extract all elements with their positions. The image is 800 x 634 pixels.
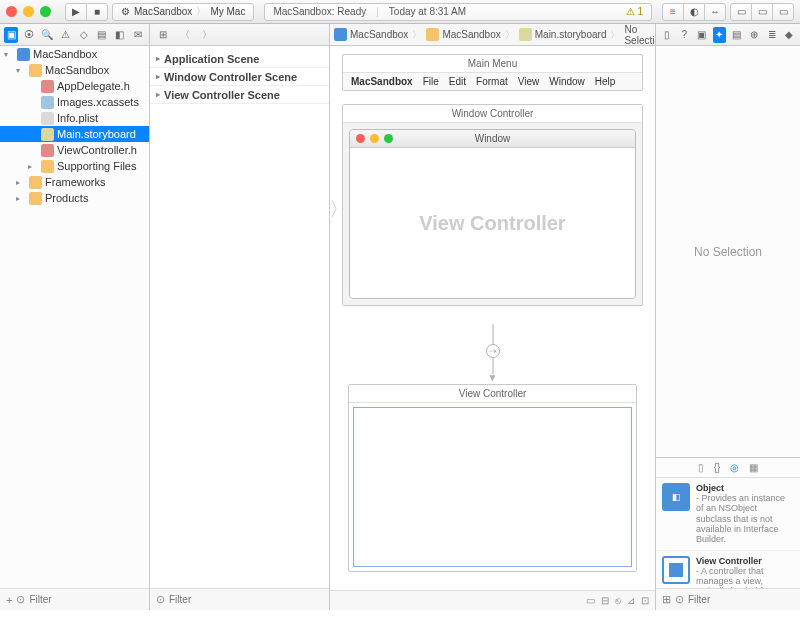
help-inspector-tab[interactable]: ? — [678, 27, 692, 43]
menu-item[interactable]: File — [423, 76, 439, 87]
symbol-navigator-tab[interactable]: ⦿ — [22, 27, 36, 43]
tree-item-label: AppDelegate.h — [57, 80, 130, 92]
tree-item[interactable]: Info.plist — [0, 110, 149, 126]
inspector-panel: ▯ ? ▣ ✦ ▤ ⊕ ≣ ◆ No Selection ▯ {} ◎ ▦ ◧O… — [655, 24, 800, 610]
library-items[interactable]: ◧Object - Provides an instance of an NSO… — [656, 478, 800, 588]
menu-items[interactable]: MacSandboxFileEditFormatViewWindowHelp — [343, 73, 642, 90]
interface-builder-canvas[interactable]: 〉 Main Menu MacSandboxFileEditFormatView… — [330, 46, 655, 590]
zoom-icon[interactable] — [40, 6, 51, 17]
test-navigator-tab[interactable]: ◇ — [77, 27, 91, 43]
tree-item[interactable]: ▾MacSandbox — [0, 46, 149, 62]
menu-item[interactable]: Edit — [449, 76, 466, 87]
grid-view-icon[interactable]: ⊞ — [662, 593, 671, 606]
media-library-tab[interactable]: ▦ — [749, 462, 758, 473]
debug-navigator-tab[interactable]: ▤ — [95, 27, 109, 43]
scheme-selector[interactable]: ⚙︎ MacSandbox 〉 My Mac — [112, 3, 254, 21]
file-template-library-tab[interactable]: ▯ — [698, 462, 704, 473]
arrow-down-icon: ▼ — [488, 372, 498, 383]
file-inspector-tab[interactable]: ▯ — [660, 27, 674, 43]
outline-grid-icon[interactable]: ⊞ — [154, 27, 172, 43]
scene-list[interactable]: ▸Application Scene▸Window Controller Sce… — [150, 46, 329, 588]
canvas-pin-icon[interactable]: ⎋ — [615, 595, 621, 606]
window-content[interactable]: View Controller — [350, 148, 635, 298]
folder-icon — [426, 28, 439, 41]
identity-inspector-tab[interactable]: ▣ — [695, 27, 709, 43]
menu-item[interactable]: Window — [549, 76, 585, 87]
report-navigator-tab[interactable]: ✉ — [131, 27, 145, 43]
bindings-inspector-tab[interactable]: ≣ — [765, 27, 779, 43]
tree-item[interactable]: Main.storyboard — [0, 126, 149, 142]
minimize-icon[interactable] — [23, 6, 34, 17]
main-menu-scene[interactable]: Main Menu MacSandboxFileEditFormatViewWi… — [342, 54, 643, 91]
editor-mode-group: ≡ ◐ ↔ — [662, 3, 726, 21]
run-controls: ▶ ■ — [65, 3, 108, 21]
stop-button[interactable]: ■ — [86, 3, 108, 21]
window-toolbar: ▶ ■ ⚙︎ MacSandbox 〉 My Mac MacSandbox: R… — [0, 0, 800, 24]
project-navigator-tab[interactable]: ▣ — [4, 27, 18, 43]
object-library-tab[interactable]: ◎ — [730, 462, 739, 473]
traffic-lights — [6, 6, 51, 17]
menu-item[interactable]: MacSandbox — [351, 76, 413, 87]
menu-item[interactable]: Help — [595, 76, 616, 87]
size-inspector-tab[interactable]: ▤ — [730, 27, 744, 43]
outline-forward-button[interactable]: 〉 — [198, 27, 216, 43]
activity-viewer: MacSandbox: Ready | Today at 8:31 AM ⚠ 1 — [264, 3, 652, 21]
jump-crumb[interactable]: MacSandbox — [350, 29, 408, 40]
toggle-navigator-button[interactable]: ▭ — [730, 3, 752, 21]
outline-header: ⊞ 〈 〉 — [150, 24, 329, 46]
toggle-inspector-button[interactable]: ▭ — [772, 3, 794, 21]
view-object[interactable] — [353, 407, 632, 567]
window-controller-label: Window Controller — [343, 105, 642, 123]
attributes-inspector-tab[interactable]: ✦ — [713, 27, 727, 43]
segue-icon[interactable]: ⇢ — [486, 344, 500, 358]
effects-inspector-tab[interactable]: ◆ — [783, 27, 797, 43]
library-item[interactable]: View Controller - A controller that mana… — [656, 551, 800, 588]
toggle-debug-button[interactable]: ▭ — [751, 3, 773, 21]
code-snippet-library-tab[interactable]: {} — [714, 462, 721, 473]
version-editor-button[interactable]: ↔ — [704, 3, 726, 21]
view-controller-scene[interactable]: View Controller — [348, 384, 637, 572]
canvas-resolve-icon[interactable]: ⊿ — [627, 595, 635, 606]
menu-item[interactable]: View — [518, 76, 540, 87]
jump-crumb[interactable]: Main.storyboard — [535, 29, 607, 40]
tree-item[interactable]: ▸Supporting Files — [0, 158, 149, 174]
project-tree[interactable]: ▾MacSandbox▾MacSandboxAppDelegate.hImage… — [0, 46, 149, 588]
tree-item[interactable]: AppDelegate.h — [0, 78, 149, 94]
connections-inspector-tab[interactable]: ⊕ — [748, 27, 762, 43]
tree-item[interactable]: ▸Frameworks — [0, 174, 149, 190]
close-icon[interactable] — [6, 6, 17, 17]
tree-item-label: Frameworks — [45, 176, 106, 188]
tree-item[interactable]: Images.xcassets — [0, 94, 149, 110]
find-navigator-tab[interactable]: 🔍 — [40, 27, 54, 43]
tree-item-label: Main.storyboard — [57, 128, 136, 140]
standard-editor-button[interactable]: ≡ — [662, 3, 684, 21]
menu-item[interactable]: Format — [476, 76, 508, 87]
scene-row[interactable]: ▸View Controller Scene — [150, 86, 329, 104]
outline-back-button[interactable]: 〈 — [176, 27, 194, 43]
library-filter-input[interactable] — [688, 594, 800, 605]
warning-badge[interactable]: ⚠ 1 — [626, 6, 643, 17]
scene-row[interactable]: ▸Application Scene — [150, 50, 329, 68]
scene-row[interactable]: ▸Window Controller Scene — [150, 68, 329, 86]
run-button[interactable]: ▶ — [65, 3, 87, 21]
tree-item[interactable]: ViewController.h — [0, 142, 149, 158]
library-item[interactable]: ◧Object - Provides an instance of an NSO… — [656, 478, 800, 551]
tree-item[interactable]: ▸Products — [0, 190, 149, 206]
breakpoint-navigator-tab[interactable]: ◧ — [113, 27, 127, 43]
assistant-editor-button[interactable]: ◐ — [683, 3, 705, 21]
tree-item-label: Images.xcassets — [57, 96, 139, 108]
canvas-layout-icon[interactable]: ▭ — [586, 595, 595, 606]
outline-filter-input[interactable] — [169, 594, 323, 605]
panel-toggle-group: ▭ ▭ ▭ — [730, 3, 794, 21]
window-controller-scene[interactable]: Window Controller Window View Controller — [342, 104, 643, 306]
issue-navigator-tab[interactable]: ⚠ — [58, 27, 72, 43]
add-icon[interactable]: + — [6, 594, 12, 606]
jump-crumb[interactable]: MacSandbox — [442, 29, 500, 40]
jump-bar[interactable]: MacSandbox 〉 MacSandbox 〉 Main.storyboar… — [330, 24, 655, 46]
canvas-align-icon[interactable]: ⊟ — [601, 595, 609, 606]
window-object[interactable]: Window View Controller — [349, 129, 636, 299]
navigator-filter-input[interactable] — [29, 594, 156, 605]
tree-item[interactable]: ▾MacSandbox — [0, 62, 149, 78]
canvas-embed-icon[interactable]: ⊡ — [641, 595, 649, 606]
scene-label: Window Controller Scene — [164, 71, 297, 83]
